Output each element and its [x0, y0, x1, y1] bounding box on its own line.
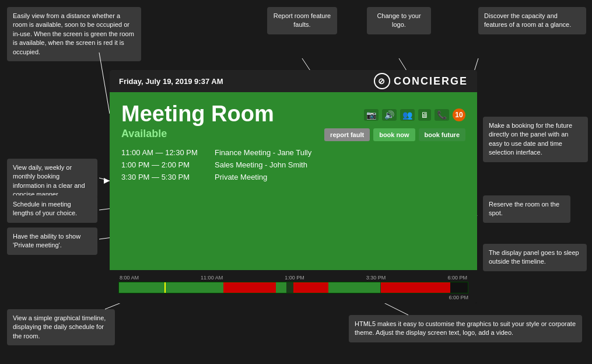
panel-header: Friday, July 19, 2019 9:37 AM ⊘ CONCIERG… [110, 70, 477, 92]
speaker-icon: 🔊 [382, 109, 397, 121]
tl-busy-2 [293, 282, 328, 293]
tooltip-schedule-length: Schedule in meeting lengths of your choi… [7, 195, 97, 223]
schedule-list: 11:00 AM — 12:30 PM Finance Meeting - Ja… [121, 148, 465, 181]
feature-icons: 📷 🔊 👥 🖥 📞 10 [364, 108, 465, 121]
action-buttons-area: 📷 🔊 👥 🖥 📞 10 report fault book now book … [324, 108, 465, 141]
schedule-item-3: 3:30 PM — 5:30 PM Private Meeting [121, 173, 465, 181]
panel-date: Friday, July 19, 2019 9:37 AM [119, 77, 223, 86]
tl-label-1: 8:00 AM [120, 275, 139, 281]
schedule-time-3: 3:30 PM — 5:30 PM [121, 173, 203, 181]
tooltip-book-spot: Reserve the room on the spot. [483, 195, 570, 223]
panel-logo: ⊘ CONCIERGE [374, 73, 468, 89]
tl-label-3: 1:00 PM [285, 275, 304, 281]
tl-busy-3 [381, 282, 451, 293]
book-future-button[interactable]: book future [419, 128, 466, 141]
booking-buttons: report fault book now book future [324, 128, 465, 141]
tooltip-private-meeting: Have the ability to show 'Private meetin… [7, 228, 97, 255]
svg-line-0 [99, 52, 110, 114]
tooltip-html5: HTML5 makes it easy to customise the gra… [349, 315, 582, 342]
tl-end-label: 6:00 PM [449, 295, 468, 300]
tl-now-indicator [164, 282, 166, 293]
tooltip-book-future: Make a booking for the future directly o… [483, 117, 588, 162]
timeline-bar [118, 282, 468, 293]
logo-text: CONCIERGE [394, 75, 468, 88]
timeline-labels: 8:00 AM 11:00 AM 1:00 PM 3:30 PM 6:00 PM [118, 275, 468, 281]
logo-icon: ⊘ [374, 73, 390, 89]
schedule-name-1: Finance Meeting - Jane Tully [215, 148, 311, 157]
report-fault-button[interactable]: report fault [324, 128, 370, 141]
tooltip-topleft: Easily view from a distance whether a ro… [7, 7, 141, 61]
schedule-name-2: Sales Meeting - John Smith [215, 160, 307, 169]
timeline-section: 8:00 AM 11:00 AM 1:00 PM 3:30 PM 6:00 PM [110, 270, 477, 303]
svg-marker-8 [104, 178, 110, 184]
schedule-time-1: 11:00 AM — 12:30 PM [121, 148, 203, 157]
timeline-end-label: 6:00 PM [118, 295, 468, 300]
schedule-item-1: 11:00 AM — 12:30 PM Finance Meeting - Ja… [121, 148, 465, 157]
panel-body: Meeting Room Available 📷 🔊 👥 🖥 📞 10 repo… [110, 92, 477, 270]
tl-sleep [450, 282, 468, 293]
tl-label-2: 11:00 AM [201, 275, 223, 281]
svg-line-7 [99, 178, 110, 181]
display-icon: 🖥 [418, 109, 431, 121]
tooltip-sleep: The display panel goes to sleep outside … [483, 244, 587, 271]
tooltip-report-fault: Report room feature faults. [267, 7, 337, 34]
phone-icon: 📞 [435, 109, 449, 121]
tooltip-capacity: Discover the capacity and features of a … [478, 7, 586, 34]
tooltip-logo: Change to your logo. [367, 7, 431, 34]
tl-label-5: 6:00 PM [447, 275, 467, 281]
tl-available-2 [328, 282, 381, 293]
tl-label-4: 3:30 PM [366, 275, 386, 281]
book-now-button[interactable]: book now [373, 128, 415, 141]
tl-busy-1 [223, 282, 276, 293]
schedule-name-3: Private Meeting [215, 173, 267, 181]
people-icon: 👥 [400, 109, 415, 121]
capacity-badge: 10 [453, 108, 465, 121]
schedule-item-2: 1:00 PM — 2:00 PM Sales Meeting - John S… [121, 160, 465, 169]
schedule-time-2: 1:00 PM — 2:00 PM [121, 160, 203, 169]
display-panel: Friday, July 19, 2019 9:37 AM ⊘ CONCIERG… [110, 70, 477, 303]
camera-icon: 📷 [364, 109, 379, 121]
tooltip-timeline: View a simple graphical timeline, displa… [7, 309, 115, 345]
